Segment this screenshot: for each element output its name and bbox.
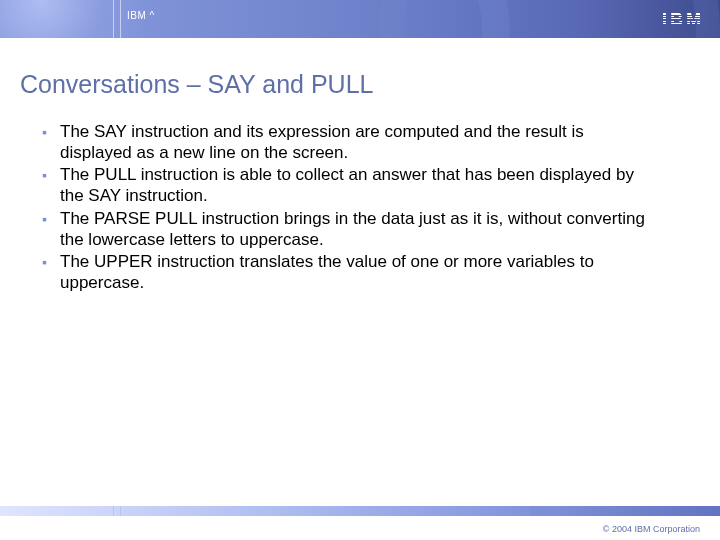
ibm-logo: IBM <box>662 11 704 29</box>
divider <box>113 506 114 516</box>
divider <box>120 506 121 516</box>
list-item: The SAY instruction and its expression a… <box>42 122 657 163</box>
brand-label: IBM ^ <box>127 10 155 21</box>
footer-band <box>0 506 720 516</box>
divider <box>120 0 121 38</box>
ring-graphic <box>530 506 720 516</box>
list-item: The PULL instruction is able to collect … <box>42 165 657 206</box>
slide: IBM ^ IBM Conversations – SAY and PULL T… <box>0 0 720 540</box>
divider <box>113 0 114 38</box>
list-item: The UPPER instruction translates the val… <box>42 252 657 293</box>
copyright-text: © 2004 IBM Corporation <box>603 524 700 534</box>
list-item: The PARSE PULL instruction brings in the… <box>42 209 657 250</box>
header-banner: IBM ^ IBM <box>0 0 720 38</box>
slide-title: Conversations – SAY and PULL <box>20 70 373 99</box>
bullet-list: The SAY instruction and its expression a… <box>42 122 657 296</box>
